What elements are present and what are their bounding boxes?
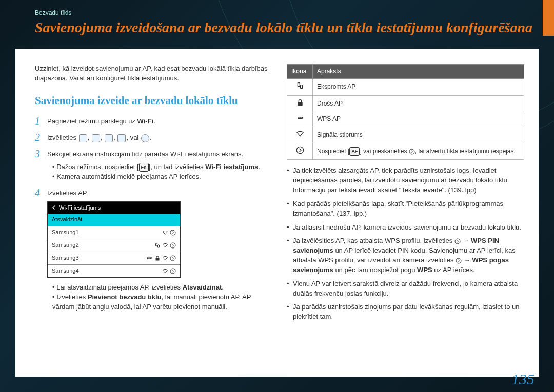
arrow-icon bbox=[170, 242, 176, 249]
table-cell: Ekspromts AP bbox=[313, 79, 524, 95]
table-cell: Signāla stiprums bbox=[313, 127, 524, 143]
step-1: Pagrieziet režīmu pārslēgu uz Wi-Fi. bbox=[47, 115, 272, 127]
orange-tab bbox=[543, 0, 554, 36]
mode-icon bbox=[105, 134, 113, 142]
wifi-ap-row[interactable]: Samsung2 bbox=[48, 239, 180, 252]
step-number: 2 bbox=[35, 132, 47, 143]
wps-icon bbox=[296, 115, 304, 121]
section-heading: Savienojuma izveide ar bezvadu lokālo tī… bbox=[35, 93, 272, 108]
list-item: Ja izvēlēsities AP, kas atbalsta WPS pro… bbox=[287, 236, 524, 275]
wifi-ap-row[interactable]: Samsung1 bbox=[48, 226, 180, 239]
adhoc-icon bbox=[296, 81, 304, 90]
table-header: Apraksts bbox=[313, 65, 524, 79]
step-3: Sekojiet ekrāna instrukcijām līdz parādā… bbox=[47, 148, 272, 182]
intro-text: Uzziniet, kā izveidot savienojumu ar AP,… bbox=[35, 64, 272, 84]
left-column: Uzziniet, kā izveidot savienojumu ar AP,… bbox=[35, 64, 272, 326]
back-icon bbox=[51, 204, 57, 211]
step-number: 4 bbox=[35, 187, 47, 312]
signal-icon bbox=[162, 255, 168, 261]
arrow-icon bbox=[409, 149, 415, 155]
table-header: Ikona bbox=[287, 65, 313, 79]
list-item: Ja atlasīsit nedrošu AP, kamera izveidos… bbox=[287, 223, 524, 233]
arrow-icon bbox=[170, 230, 176, 236]
list-item: Vienu AP var ietvert sarakstā divreiz ar… bbox=[287, 279, 524, 299]
signal-icon bbox=[162, 268, 168, 274]
mode-icon bbox=[117, 134, 126, 142]
arrow-icon bbox=[170, 255, 176, 261]
page-number: 135 bbox=[511, 370, 535, 388]
wifi-refresh-button[interactable]: Atsvaidzināt bbox=[48, 214, 180, 226]
step-number: 1 bbox=[35, 115, 47, 127]
table-cell: Drošs AP bbox=[313, 95, 524, 112]
af-key-icon: AF bbox=[349, 147, 360, 156]
arrow-icon bbox=[296, 146, 304, 154]
breadcrumb: Bezvadu tīkls bbox=[35, 9, 532, 16]
page-content: Uzziniet, kā izveidot savienojumu ar AP,… bbox=[15, 49, 539, 377]
step-2: Izvēlieties , , , , vai . bbox=[47, 132, 272, 143]
signal-icon bbox=[296, 130, 304, 138]
wps-icon bbox=[147, 255, 153, 261]
adhoc-icon bbox=[154, 242, 161, 249]
wifi-ap-row[interactable]: Samsung3 bbox=[48, 252, 180, 264]
mode-icon bbox=[141, 134, 149, 142]
list-item: Ja tiek izvēlēts aizsargāts AP, tiek par… bbox=[287, 166, 524, 195]
arrow-icon bbox=[456, 258, 462, 264]
list-item: Kad parādās pieteikšanās lapa, skatīt "P… bbox=[287, 199, 524, 219]
arrow-icon bbox=[170, 268, 176, 274]
wifi-settings-panel: Wi-Fi iestatījums Atsvaidzināt Samsung1 … bbox=[47, 201, 181, 278]
step-number: 3 bbox=[35, 148, 47, 182]
mode-icon bbox=[92, 134, 100, 142]
notes-list: Ja tiek izvēlēts aizsargāts AP, tiek par… bbox=[287, 166, 524, 322]
list-item: Ja parādās uznirstošais ziņojums par dat… bbox=[287, 302, 524, 322]
lock-icon bbox=[154, 255, 161, 261]
arrow-icon bbox=[454, 238, 461, 244]
wifi-panel-header: Wi-Fi iestatījums bbox=[48, 202, 180, 214]
wifi-ap-row[interactable]: Samsung4 bbox=[48, 264, 180, 277]
fn-key-icon: Fn bbox=[139, 163, 149, 172]
table-cell: Nospiediet [AF] vai pieskarieties , lai … bbox=[313, 143, 524, 159]
right-column: IkonaApraksts Ekspromts AP Drošs AP WPS … bbox=[287, 64, 524, 326]
mode-icon bbox=[79, 134, 87, 142]
icon-table: IkonaApraksts Ekspromts AP Drošs AP WPS … bbox=[287, 64, 524, 160]
signal-icon bbox=[162, 230, 168, 236]
signal-icon bbox=[162, 242, 168, 249]
table-cell: WPS AP bbox=[313, 112, 524, 127]
page-title: Savienojuma izveidošana ar bezvadu lokāl… bbox=[35, 19, 532, 36]
step-4: Izvēlieties AP. Wi-Fi iestatījums Atsvai… bbox=[47, 187, 272, 312]
lock-icon bbox=[296, 98, 304, 107]
